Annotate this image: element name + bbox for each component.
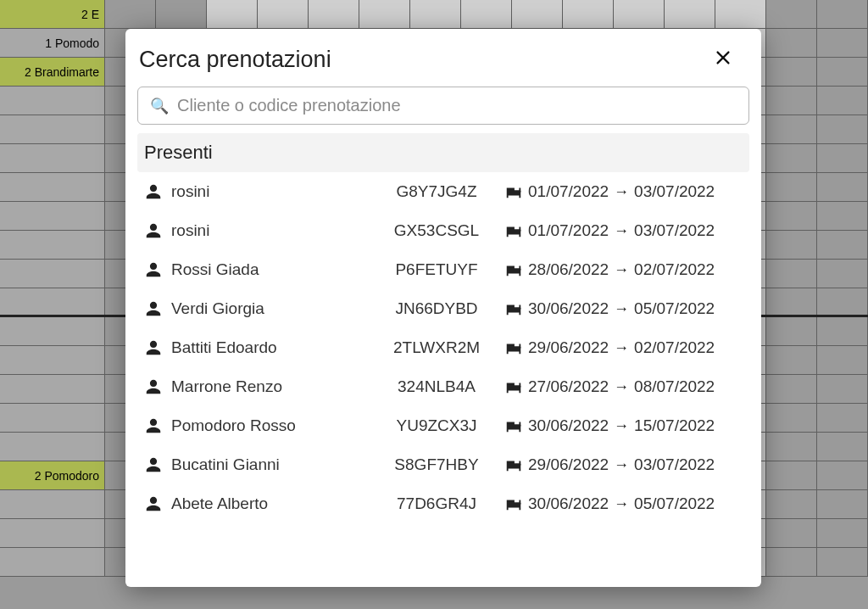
room-label (0, 433, 105, 461)
booking-code: P6FETUYF (377, 260, 496, 279)
booking-dates: 29/06/2022→03/07/2022 (504, 455, 715, 474)
calendar-cell[interactable] (766, 144, 817, 172)
calendar-cell[interactable] (817, 260, 868, 288)
calendar-cell[interactable] (817, 58, 868, 86)
booking-row[interactable]: Rossi GiadaP6FETUYF28/06/2022→02/07/2022 (137, 250, 749, 289)
calendar-cell[interactable] (766, 87, 817, 115)
calendar-cell[interactable] (766, 519, 817, 547)
calendar-cell[interactable] (766, 375, 817, 403)
person-icon (144, 416, 163, 435)
calendar-cell[interactable] (766, 346, 817, 374)
calendar-cell[interactable] (766, 317, 817, 345)
calendar-cell[interactable] (766, 173, 817, 201)
search-input[interactable] (177, 96, 737, 115)
bed-icon (504, 377, 523, 396)
booking-code: 2TLWXR2M (377, 338, 496, 357)
booking-code: GX53CSGL (377, 221, 496, 240)
calendar-cell[interactable] (309, 0, 359, 28)
calendar-cell[interactable] (817, 29, 868, 57)
bed-icon (504, 455, 523, 474)
arrow-right-icon: → (614, 222, 629, 240)
date-to: 03/07/2022 (634, 221, 715, 240)
close-button[interactable] (707, 44, 739, 75)
booking-row[interactable]: Pomodoro RossoYU9ZCX3J30/06/2022→15/07/2… (137, 406, 749, 445)
booking-row[interactable]: rosiniG8Y7JG4Z01/07/2022→03/07/2022 (137, 172, 749, 211)
booking-row[interactable]: Marrone Renzo324NLB4A27/06/2022→08/07/20… (137, 367, 749, 406)
calendar-cell[interactable] (410, 0, 461, 28)
calendar-cell[interactable] (817, 519, 868, 547)
calendar-cell[interactable] (766, 202, 817, 230)
calendar-cell[interactable] (766, 548, 817, 576)
booking-row[interactable]: Abete Alberto77D6GR4J30/06/2022→05/07/20… (137, 484, 749, 523)
calendar-cell[interactable] (766, 231, 817, 259)
bed-icon (504, 338, 523, 357)
room-label (0, 202, 105, 230)
calendar-cell[interactable] (766, 490, 817, 518)
calendar-cell[interactable] (817, 202, 868, 230)
room-label (0, 231, 105, 259)
bed-icon (504, 182, 523, 201)
room-label (0, 404, 105, 432)
calendar-cell[interactable] (359, 0, 410, 28)
booking-code: 77D6GR4J (377, 494, 496, 513)
calendar-cell[interactable] (105, 0, 156, 28)
calendar-cell[interactable] (715, 0, 766, 28)
booking-code: JN66DYBD (377, 299, 496, 318)
bed-icon (504, 416, 523, 435)
results-list[interactable]: Presenti rosiniG8Y7JG4Z01/07/2022→03/07/… (137, 133, 760, 578)
calendar-cell[interactable] (817, 461, 868, 489)
calendar-cell[interactable] (258, 0, 309, 28)
calendar-cell[interactable] (817, 173, 868, 201)
calendar-cell[interactable] (817, 548, 868, 576)
calendar-cell[interactable] (817, 317, 868, 345)
calendar-cell[interactable] (766, 29, 817, 57)
booking-row[interactable]: Battiti Edoardo2TLWXR2M29/06/2022→02/07/… (137, 328, 749, 367)
calendar-cell[interactable] (766, 404, 817, 432)
room-label (0, 288, 105, 315)
calendar-cell[interactable] (817, 87, 868, 115)
calendar-cell[interactable] (766, 433, 817, 461)
calendar-cell[interactable] (461, 0, 512, 28)
booking-name: Rossi Giada (171, 260, 259, 279)
calendar-cell[interactable] (766, 461, 817, 489)
date-to: 02/07/2022 (634, 338, 715, 357)
date-to: 15/07/2022 (634, 416, 715, 435)
calendar-cell[interactable] (817, 404, 868, 432)
room-label (0, 87, 105, 115)
booking-name-col: Bucatini Gianni (144, 455, 369, 474)
calendar-cell[interactable] (207, 0, 258, 28)
calendar-cell[interactable] (817, 375, 868, 403)
room-label: 1 Pomodo (0, 29, 105, 57)
calendar-cell[interactable] (817, 0, 868, 28)
calendar-cell[interactable] (156, 0, 207, 28)
section-header-present: Presenti (137, 133, 749, 172)
booking-name: Marrone Renzo (171, 377, 282, 396)
booking-row[interactable]: Bucatini GianniS8GF7HBY29/06/2022→03/07/… (137, 445, 749, 484)
calendar-cell[interactable] (817, 433, 868, 461)
calendar-cell[interactable] (665, 0, 715, 28)
booking-dates: 30/06/2022→15/07/2022 (504, 416, 715, 435)
calendar-cell[interactable] (817, 115, 868, 143)
booking-name-col: Pomodoro Rosso (144, 416, 369, 435)
booking-name-col: Marrone Renzo (144, 377, 369, 396)
calendar-cell[interactable] (766, 288, 817, 315)
booking-row[interactable]: Verdi GiorgiaJN66DYBD30/06/2022→05/07/20… (137, 289, 749, 328)
calendar-cell[interactable] (817, 490, 868, 518)
calendar-cell[interactable] (766, 58, 817, 86)
calendar-cell[interactable] (817, 346, 868, 374)
search-box[interactable]: 🔍 (137, 87, 749, 125)
calendar-cell[interactable] (817, 231, 868, 259)
calendar-cell[interactable] (766, 115, 817, 143)
calendar-cell[interactable] (766, 260, 817, 288)
date-from: 30/06/2022 (528, 416, 609, 435)
booking-row[interactable]: rosiniGX53CSGL01/07/2022→03/07/2022 (137, 211, 749, 250)
arrow-right-icon: → (614, 495, 629, 513)
booking-code: 324NLB4A (377, 377, 496, 396)
calendar-cell[interactable] (512, 0, 563, 28)
calendar-cell[interactable] (563, 0, 614, 28)
calendar-cell[interactable] (614, 0, 665, 28)
calendar-cell[interactable] (817, 288, 868, 315)
person-icon (144, 260, 163, 279)
calendar-cell[interactable] (766, 0, 817, 28)
calendar-cell[interactable] (817, 144, 868, 172)
